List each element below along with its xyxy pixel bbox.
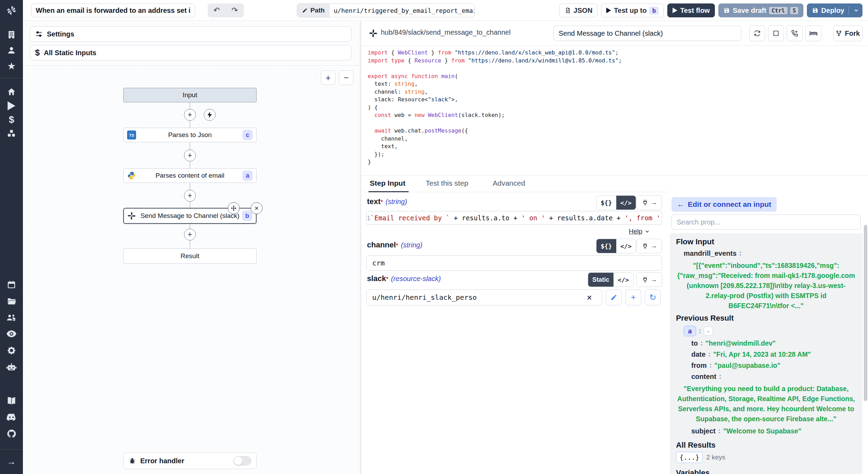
- result-field-row[interactable]: date : "Fri, Apr 14, 2023 at 10:28 AM": [676, 350, 856, 358]
- path-value[interactable]: u/henri/triggered_by_email_report_email: [329, 4, 474, 17]
- flow-title-input[interactable]: [31, 3, 195, 17]
- template-mode-button[interactable]: ${}: [596, 196, 616, 210]
- sidebar-item-favorites[interactable]: ★: [7, 60, 16, 72]
- expand-editor-button[interactable]: [768, 25, 784, 41]
- collapse-toggle[interactable]: -: [704, 327, 713, 336]
- step-summary-input[interactable]: [553, 26, 741, 41]
- result-field-row[interactable]: to : "henri@windmill.dev": [676, 339, 856, 347]
- zoom-in-button[interactable]: +: [321, 70, 335, 85]
- sidebar-item-home[interactable]: [7, 87, 16, 97]
- sidebar-item-settings[interactable]: [7, 346, 16, 355]
- sidebar-item-docs[interactable]: [6, 397, 17, 405]
- typescript-icon: TS: [127, 130, 136, 139]
- sidebar-item-audit-logs[interactable]: [6, 330, 17, 338]
- undo-button[interactable]: ↶: [208, 3, 226, 17]
- flow-input-title: Flow Input: [676, 237, 856, 246]
- result-field-row[interactable]: subject : "Welcome to Supabase": [676, 427, 856, 435]
- content-value[interactable]: "Everything you need to build a product:…: [676, 384, 856, 424]
- flow-node-result[interactable]: Result: [123, 248, 257, 264]
- edit-resource-button[interactable]: [606, 289, 622, 305]
- move-step-button[interactable]: [228, 202, 240, 214]
- code-mode-button[interactable]: </>: [616, 196, 636, 210]
- all-results-object-badge[interactable]: {...}: [676, 452, 703, 463]
- test-up-to-button[interactable]: Test up to b: [601, 3, 664, 17]
- github-icon: [7, 429, 16, 439]
- json-button[interactable]: JSON: [559, 3, 598, 17]
- error-handler-node[interactable]: Error handler: [123, 452, 257, 469]
- help-link[interactable]: Help: [629, 228, 650, 235]
- text-connect-button[interactable]: →: [636, 195, 662, 210]
- sidebar-item-schedules[interactable]: [7, 280, 16, 289]
- add-resource-button[interactable]: +: [625, 289, 641, 305]
- save-draft-button[interactable]: Save draft Ctrl S: [718, 3, 803, 17]
- text-expression-editor[interactable]: 1 `Email received by ` + results.a.to + …: [366, 211, 662, 225]
- result-field-row[interactable]: content :: [676, 373, 856, 381]
- search-prop-input[interactable]: [671, 214, 861, 230]
- template-mode-button[interactable]: ${}: [596, 239, 616, 253]
- add-step-button[interactable]: +: [184, 109, 196, 121]
- chevron-down-icon[interactable]: [853, 7, 859, 14]
- line-number: 1: [367, 214, 370, 222]
- channel-value-input[interactable]: [366, 255, 662, 271]
- all-static-inputs-button[interactable]: $ All Static Inputs: [30, 45, 351, 60]
- test-flow-button[interactable]: Test flow: [667, 3, 715, 17]
- result-field-row[interactable]: from : "paul@supabase.io": [676, 362, 856, 370]
- slack-connect-button[interactable]: →: [636, 272, 662, 287]
- path-edit-button[interactable]: Path: [297, 4, 329, 17]
- sidebar-item-groups[interactable]: [6, 313, 17, 322]
- vertical-scrollbar[interactable]: [864, 225, 867, 401]
- tab-step-input[interactable]: Step Input: [370, 179, 406, 187]
- add-step-button[interactable]: +: [184, 229, 196, 240]
- dollar-icon: $: [9, 114, 14, 125]
- sidebar-item-workspace[interactable]: [7, 30, 16, 40]
- sidebar-item-discord[interactable]: [6, 413, 17, 421]
- test-flow-label: Test flow: [680, 7, 710, 15]
- sidebar-item-runs[interactable]: [7, 101, 16, 110]
- sidebar-item-variables[interactable]: $: [9, 114, 14, 125]
- sidebar-item-resources[interactable]: [7, 129, 16, 138]
- code-mode-button[interactable]: </>: [614, 273, 633, 287]
- add-step-button[interactable]: +: [184, 190, 196, 202]
- sidebar-item-github[interactable]: [7, 429, 16, 439]
- resource-picker-input[interactable]: [366, 289, 602, 305]
- static-mode-button[interactable]: Static: [588, 273, 614, 287]
- sidebar-item-user[interactable]: [7, 45, 16, 55]
- prop-key: to: [691, 339, 698, 347]
- step-id-badge: a: [242, 170, 253, 181]
- code-editor[interactable]: import { WebClient } from "https://deno.…: [361, 46, 868, 175]
- code-mode-button[interactable]: </>: [616, 239, 636, 253]
- trigger-button[interactable]: [204, 109, 216, 121]
- redo-button[interactable]: ↷: [226, 3, 244, 17]
- save-icon: [812, 7, 818, 14]
- prop-key: date: [691, 350, 706, 358]
- tab-advanced[interactable]: Advanced: [493, 179, 525, 187]
- flow-input-value[interactable]: "[{"event":"inbound","ts":1683819426,"ms…: [676, 261, 856, 311]
- fork-button[interactable]: Fork: [833, 25, 862, 41]
- trigger-call-button[interactable]: [787, 25, 803, 41]
- diff-button[interactable]: [749, 25, 765, 41]
- add-step-button[interactable]: +: [184, 150, 196, 161]
- channel-connect-button[interactable]: →: [636, 239, 662, 253]
- error-handler-toggle[interactable]: [233, 456, 251, 466]
- zoom-out-button[interactable]: −: [339, 70, 353, 85]
- edit-connect-input-button[interactable]: ← Edit or connect an input: [671, 197, 777, 212]
- windmill-logo[interactable]: [0, 0, 23, 21]
- delete-step-button[interactable]: ✕: [251, 202, 262, 214]
- tab-test-this-step[interactable]: Test this step: [426, 179, 468, 187]
- step-a-badge[interactable]: a: [684, 326, 696, 336]
- clear-resource-button[interactable]: ✕: [586, 294, 592, 302]
- refresh-resource-button[interactable]: ↻: [645, 289, 661, 305]
- sidebar-expand-button[interactable]: →: [7, 456, 16, 467]
- deploy-button[interactable]: Deploy: [807, 3, 862, 17]
- flow-node-parses-to-json[interactable]: TS Parses to Json c: [123, 128, 257, 142]
- flow-settings-button[interactable]: Settings: [30, 26, 351, 42]
- windmill-logo-icon: [5, 4, 18, 17]
- panel-splitter[interactable]: [360, 21, 361, 474]
- flow-node-parses-content[interactable]: Parses content of email a: [123, 168, 257, 183]
- hub-script-path[interactable]: hub/849/slack/send_message_to_channel: [381, 28, 511, 36]
- flow-input-key-row[interactable]: mandrill_events :: [676, 249, 856, 257]
- sidebar-item-folders[interactable]: [7, 296, 16, 306]
- sleep-step-button[interactable]: [806, 25, 821, 41]
- sidebar-item-workers[interactable]: [6, 363, 17, 372]
- flow-node-input[interactable]: Input: [123, 88, 257, 102]
